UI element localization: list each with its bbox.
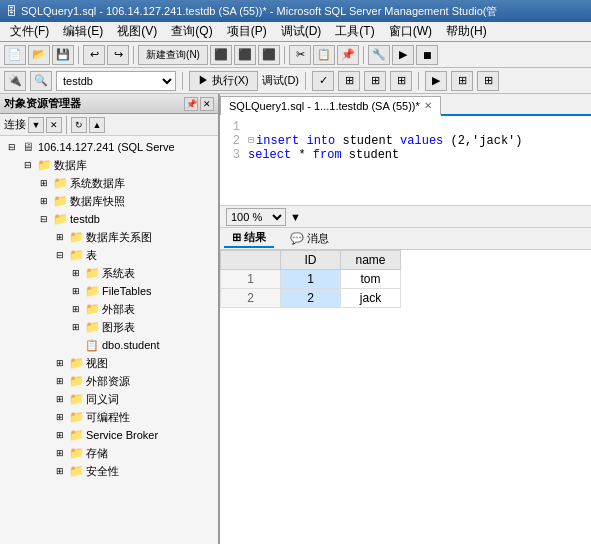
tree-expander[interactable]: ⊞ (52, 445, 68, 461)
tree-expander[interactable]: ⊟ (36, 211, 52, 227)
db3-btn[interactable]: ⬛ (258, 45, 280, 65)
messages-tab-label: 消息 (307, 231, 329, 246)
db1-btn[interactable]: ⬛ (210, 45, 232, 65)
connect-btn[interactable]: 🔌 (4, 71, 26, 91)
explorer-btn[interactable]: 🔍 (30, 71, 52, 91)
pin-btn[interactable]: 📌 (184, 97, 198, 111)
menu-file[interactable]: 文件(F) (4, 22, 55, 41)
tree-expander[interactable]: ⊞ (52, 229, 68, 245)
menu-query[interactable]: 查询(Q) (165, 22, 218, 41)
tree-node-label: 数据库快照 (70, 194, 125, 209)
menu-project[interactable]: 项目(P) (221, 22, 273, 41)
tree-expander[interactable]: ⊞ (52, 463, 68, 479)
tree-expander[interactable]: ⊟ (4, 139, 20, 155)
menu-debug[interactable]: 调试(D) (275, 22, 328, 41)
tree-node-icon: 📁 (68, 391, 84, 407)
tree-item[interactable]: ⊟🖥106.14.127.241 (SQL Serve (0, 138, 218, 156)
tree-item[interactable]: ⊞📁可编程性 (0, 408, 218, 426)
new-file-btn[interactable]: 📄 (4, 45, 26, 65)
menu-window[interactable]: 窗口(W) (383, 22, 438, 41)
open-btn[interactable]: 📂 (28, 45, 50, 65)
sep3 (284, 46, 285, 64)
tree-item[interactable]: ⊟📁数据库 (0, 156, 218, 174)
tree-expander[interactable]: ⊞ (36, 175, 52, 191)
tree-expander[interactable]: ⊞ (68, 319, 84, 335)
check1-btn[interactable]: ✓ (312, 71, 334, 91)
tree-item[interactable]: ⊞📁视图 (0, 354, 218, 372)
tree-item[interactable]: ⊞📁FileTables (0, 282, 218, 300)
misc3-btn[interactable]: ⏹ (416, 45, 438, 65)
copy-btn[interactable]: 📋 (313, 45, 335, 65)
zoom-dropdown-arrow[interactable]: ▼ (290, 211, 301, 223)
new-query-btn[interactable]: 新建查询(N) (138, 45, 208, 65)
db2-btn[interactable]: ⬛ (234, 45, 256, 65)
tree-item[interactable]: ⊞📁外部资源 (0, 372, 218, 390)
filter-btn[interactable]: ▼ (28, 117, 44, 133)
up-btn[interactable]: ▲ (89, 117, 105, 133)
tree-item[interactable]: ⊟📁testdb (0, 210, 218, 228)
disconnect-btn[interactable]: ✕ (46, 117, 62, 133)
tree-expander[interactable] (68, 337, 84, 353)
id-cell: 1 (281, 270, 341, 289)
misc1-btn[interactable]: 🔧 (368, 45, 390, 65)
tree-node-icon: 📁 (84, 319, 100, 335)
undo-btn[interactable]: ↩ (83, 45, 105, 65)
results-tab-messages[interactable]: 💬 消息 (282, 230, 337, 247)
tab-close-btn[interactable]: ✕ (424, 100, 432, 111)
menu-edit[interactable]: 编辑(E) (57, 22, 109, 41)
tree-expander[interactable]: ⊞ (52, 355, 68, 371)
zoom-select[interactable]: 100 % (226, 208, 286, 226)
tree-item[interactable]: ⊞📁Service Broker (0, 426, 218, 444)
tree-item[interactable]: ⊞📁数据库关系图 (0, 228, 218, 246)
misc5-btn[interactable]: ⊞ (451, 71, 473, 91)
db-selector[interactable]: testdb (56, 71, 176, 91)
grid3-btn[interactable]: ⊞ (390, 71, 412, 91)
tree-expander[interactable]: ⊞ (68, 301, 84, 317)
tree-item[interactable]: 📋dbo.student (0, 336, 218, 354)
tree-item[interactable]: ⊞📁外部表 (0, 300, 218, 318)
execute-button[interactable]: ▶ 执行(X) (189, 71, 258, 91)
tree-expander[interactable]: ⊞ (52, 427, 68, 443)
misc6-btn[interactable]: ⊞ (477, 71, 499, 91)
save-btn[interactable]: 💾 (52, 45, 74, 65)
tree-expander[interactable]: ⊞ (52, 373, 68, 389)
misc4-btn[interactable]: ▶ (425, 71, 447, 91)
cut-btn[interactable]: ✂ (289, 45, 311, 65)
tree-expander[interactable]: ⊞ (68, 265, 84, 281)
sql-code-span[interactable]: select * from student (248, 148, 399, 162)
tree-item[interactable]: ⊞📁系统表 (0, 264, 218, 282)
tree-item[interactable]: ⊞📁数据库快照 (0, 192, 218, 210)
sql-tab[interactable]: SQLQuery1.sql - 1...1.testdb (SA (55))* … (220, 96, 441, 116)
tree-expander[interactable]: ⊞ (36, 193, 52, 209)
menu-help[interactable]: 帮助(H) (440, 22, 493, 41)
paste-btn[interactable]: 📌 (337, 45, 359, 65)
grid1-btn[interactable]: ⊞ (338, 71, 360, 91)
tree-item[interactable]: ⊞📁系统数据库 (0, 174, 218, 192)
sql-editor-area[interactable]: 12⊟insert into student values (2,'jack')… (220, 116, 591, 206)
tree-item[interactable]: ⊞📁同义词 (0, 390, 218, 408)
results-tab-grid[interactable]: ⊞ 结果 (224, 229, 274, 248)
tree-node-label: Service Broker (86, 429, 158, 441)
misc2-btn[interactable]: ▶ (392, 45, 414, 65)
tree-expander[interactable]: ⊟ (52, 247, 68, 263)
menu-tools[interactable]: 工具(T) (329, 22, 380, 41)
tree-item[interactable]: ⊞📁存储 (0, 444, 218, 462)
name-cell: tom (341, 270, 401, 289)
grid2-btn[interactable]: ⊞ (364, 71, 386, 91)
connect-label[interactable]: 连接 (4, 117, 26, 132)
tree-expander[interactable]: ⊞ (52, 391, 68, 407)
tree-node-icon: 📁 (52, 193, 68, 209)
collapse-marker[interactable]: ⊟ (248, 134, 254, 146)
refresh-btn[interactable]: ↻ (71, 117, 87, 133)
close-panel-btn[interactable]: ✕ (200, 97, 214, 111)
tree-item[interactable]: ⊟📁表 (0, 246, 218, 264)
tree-expander[interactable]: ⊞ (52, 409, 68, 425)
menu-view[interactable]: 视图(V) (111, 22, 163, 41)
tree-item[interactable]: ⊞📁安全性 (0, 462, 218, 480)
tree-item[interactable]: ⊞📁图形表 (0, 318, 218, 336)
tree-expander[interactable]: ⊞ (68, 283, 84, 299)
redo-btn[interactable]: ↪ (107, 45, 129, 65)
sql-code-span[interactable]: insert into student values (2,'jack') (256, 134, 522, 148)
id-cell: 2 (281, 289, 341, 308)
tree-expander[interactable]: ⊟ (20, 157, 36, 173)
